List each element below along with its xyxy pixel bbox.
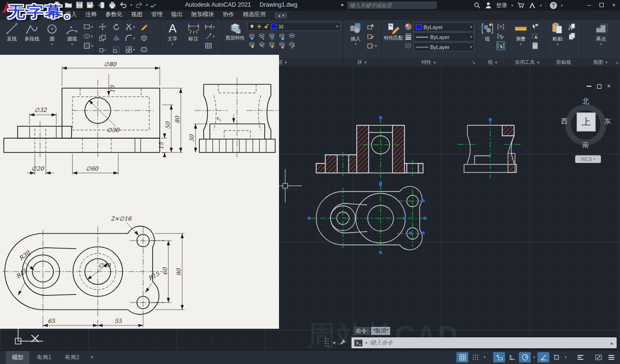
clean-screen-icon[interactable] <box>592 352 604 363</box>
mirror-icon[interactable] <box>113 34 120 42</box>
layer-match-icon[interactable] <box>288 32 296 40</box>
properties-launcher-icon[interactable]: ↘ <box>472 60 475 65</box>
circle-button[interactable]: 圆▾ <box>43 22 62 50</box>
command-close-icon[interactable]: × <box>332 340 336 346</box>
viewcube-south[interactable]: 南 <box>582 141 589 150</box>
tab-model[interactable]: 模型 <box>6 351 30 364</box>
cad-front-view[interactable] <box>316 116 423 185</box>
object-snap-tracking-toggle-icon[interactable] <box>537 352 549 363</box>
help-dropdown-icon[interactable]: ▾ <box>561 3 563 8</box>
offset-icon[interactable] <box>140 46 148 53</box>
dynamic-input-toggle-icon[interactable] <box>493 352 505 363</box>
copy-clip-icon[interactable] <box>568 32 576 40</box>
layer-properties-button[interactable]: 图层特性 <box>225 22 246 48</box>
undo-icon[interactable] <box>119 1 127 9</box>
arc-button[interactable]: 圆弧▾ <box>63 22 82 50</box>
autodesk-dropdown-icon[interactable]: ▾ <box>540 3 542 8</box>
viewcube-west[interactable]: 西 <box>561 117 568 126</box>
fillet-icon[interactable] <box>125 34 133 42</box>
scale-icon[interactable] <box>113 46 120 53</box>
quick-calculator-icon[interactable] <box>531 42 539 50</box>
ungroup-icon[interactable] <box>497 23 505 30</box>
drawing-minimize-icon[interactable] <box>587 86 591 87</box>
open-from-web-icon[interactable] <box>97 1 105 9</box>
plot-icon[interactable] <box>108 1 116 9</box>
tab-addins[interactable]: 附加模块 <box>187 9 218 20</box>
snap-toggle-icon[interactable] <box>469 352 481 363</box>
polar-dropdown-icon[interactable]: ▾ <box>532 355 537 359</box>
app-store-cart-icon[interactable] <box>517 1 525 9</box>
leader-icon[interactable] <box>205 32 212 40</box>
lineweight-icon[interactable] <box>404 32 412 40</box>
line-button[interactable]: 直线 <box>2 22 21 50</box>
table-icon[interactable] <box>205 42 212 50</box>
grid-toggle-icon[interactable] <box>456 352 468 363</box>
new-layout-button[interactable]: + <box>86 352 97 363</box>
color-wheel-icon[interactable] <box>404 23 412 30</box>
lineweight-dropdown[interactable]: ByLayer▾ <box>413 32 475 41</box>
tab-annotate[interactable]: 注释 <box>81 9 101 20</box>
rotate-icon[interactable] <box>113 23 120 30</box>
layer-dropdown[interactable]: XI ▾ <box>247 22 341 31</box>
utilities-panel-label[interactable]: 实用工具▼ <box>509 58 546 66</box>
object-snap-dropdown-icon[interactable]: ▾ <box>563 355 568 359</box>
view-launcher-icon[interactable]: ↘ <box>615 60 619 65</box>
base-point-button[interactable]: 基点▾ <box>590 22 611 45</box>
search-expand-icon[interactable]: ▸ <box>341 2 344 7</box>
command-drag-handle[interactable] <box>325 338 329 347</box>
properties-panel-label[interactable]: 特性▼ <box>382 58 476 66</box>
rectangle-tool-icon[interactable] <box>83 23 91 30</box>
stretch-icon[interactable] <box>99 46 106 53</box>
tab-layout2[interactable]: 布局2 <box>59 351 86 364</box>
polyline-button[interactable]: 多段线 <box>22 22 41 50</box>
cad-plan-view[interactable] <box>308 183 427 254</box>
drawing-close-icon[interactable]: × <box>607 83 610 90</box>
command-dropdown-icon[interactable]: ▾ <box>365 341 367 345</box>
tab-featured-apps[interactable]: 精选应用 <box>238 9 270 20</box>
annotation-scale-icon[interactable] <box>574 352 586 363</box>
paste-button[interactable]: 粘贴▾ <box>548 22 567 45</box>
group-selection-toggle-icon[interactable] <box>497 42 505 50</box>
customize-menu-icon[interactable] <box>605 352 617 363</box>
ellipse-tool-icon[interactable] <box>83 32 91 40</box>
cut-icon[interactable] <box>568 23 576 30</box>
qat-menu-icon[interactable]: ▂▾ <box>151 3 155 7</box>
tab-output[interactable]: 输出 <box>167 9 187 20</box>
undo-dropdown-icon[interactable]: ▾ <box>130 3 132 7</box>
save-as-icon[interactable] <box>86 1 94 9</box>
view-panel-label[interactable]: 视图▼ <box>582 58 620 66</box>
array-icon[interactable] <box>125 46 133 53</box>
redo-icon[interactable] <box>135 1 143 9</box>
minimize-button[interactable]: ─ <box>585 2 593 9</box>
linear-dimension-icon[interactable] <box>205 23 212 30</box>
viewcube-top-face[interactable]: 上 <box>577 112 596 131</box>
search-input[interactable]: 键入关键字或短语 <box>347 1 437 9</box>
edit-attributes-icon[interactable] <box>367 42 374 50</box>
group-edit-icon[interactable] <box>497 32 505 40</box>
move-icon[interactable] <box>99 23 106 30</box>
group-button[interactable]: 组 <box>479 22 496 50</box>
erase-icon[interactable] <box>140 23 148 30</box>
ortho-toggle-icon[interactable] <box>506 352 518 363</box>
hatch-tool-icon[interactable] <box>83 42 91 50</box>
dimension-button[interactable]: 标注 <box>184 22 203 50</box>
viewcube-east[interactable]: 东 <box>604 117 611 126</box>
trim-icon[interactable] <box>125 23 133 30</box>
command-input[interactable]: ▾ 键入命令 ▲ <box>351 337 617 348</box>
measure-button[interactable]: 测量▾ <box>512 22 530 50</box>
redo-dropdown-icon[interactable]: ▾ <box>146 3 148 7</box>
close-button[interactable]: × <box>610 2 618 9</box>
command-prompt-icon[interactable] <box>354 340 362 346</box>
search-icon[interactable] <box>473 1 481 9</box>
copy-icon[interactable] <box>99 34 106 42</box>
create-block-icon[interactable] <box>367 23 374 30</box>
groups-panel-label[interactable]: 组▼ <box>477 58 509 66</box>
polar-tracking-toggle-icon[interactable] <box>519 352 531 363</box>
block-panel-label[interactable]: 块▼ <box>343 58 381 66</box>
cad-side-view[interactable] <box>458 118 523 178</box>
command-customize-wrench-icon[interactable] <box>340 339 346 346</box>
tab-layout1[interactable]: 布局1 <box>31 351 58 364</box>
command-expand-icon[interactable]: ▲ <box>610 341 614 345</box>
linetype-icon[interactable] <box>404 42 412 50</box>
linetype-dropdown[interactable]: ByLayer▾ <box>413 42 475 51</box>
